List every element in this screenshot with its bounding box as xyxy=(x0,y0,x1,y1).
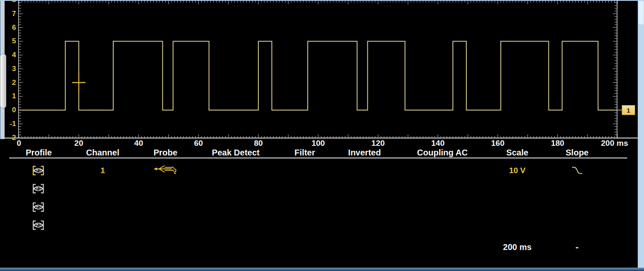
falling-edge-icon xyxy=(571,165,583,176)
channel-1-trace xyxy=(19,41,617,110)
scale-value: 10 V xyxy=(509,166,525,175)
oscilloscope-window: 1 1 10 V 200 ms - 876543210-1-2020406080… xyxy=(0,0,644,271)
channel-value: 1 xyxy=(101,166,105,175)
window-top-border xyxy=(0,0,644,1)
x-axis-label: 0 xyxy=(17,139,21,148)
x-axis-label: 80 xyxy=(254,139,263,148)
x-axis-label: 120 xyxy=(371,139,385,148)
eye-icon xyxy=(32,165,45,176)
profile-visibility-toggle[interactable] xyxy=(32,220,45,231)
waveform-plot xyxy=(0,0,644,139)
profile-visibility-toggle[interactable] xyxy=(32,202,45,213)
column-header-filter: Filter xyxy=(295,148,315,158)
x-axis-label: 60 xyxy=(194,139,203,148)
x-axis-label: 200 ms xyxy=(601,139,628,148)
column-header-channel: Channel xyxy=(86,148,120,158)
oscilloscope-probe-icon xyxy=(153,164,178,177)
x-axis-label: 100 xyxy=(311,139,325,148)
column-header-slope: Slope xyxy=(566,148,588,158)
trigger-point-marker[interactable] xyxy=(72,72,85,94)
eye-icon xyxy=(32,183,45,194)
channel-1-badge[interactable]: 1 xyxy=(622,105,635,115)
table-header-underline xyxy=(9,158,627,158)
timebase-value: 200 ms xyxy=(503,242,532,252)
column-header-scale: Scale xyxy=(506,148,528,158)
x-axis-label: 180 xyxy=(551,139,564,148)
profile-visibility-toggle[interactable] xyxy=(32,183,45,194)
x-axis-label: 40 xyxy=(134,139,143,148)
column-header-probe: Probe xyxy=(154,148,178,158)
column-header-peak-detect: Peak Detect xyxy=(212,148,259,158)
trigger-slope-value: - xyxy=(575,242,578,253)
slope-cell-icon[interactable] xyxy=(571,165,583,176)
x-axis-label: 160 xyxy=(491,139,505,148)
panel-splitter-handle[interactable] xyxy=(0,54,6,108)
eye-icon xyxy=(32,220,45,231)
column-header-profile: Profile xyxy=(26,148,52,158)
x-axis-label: 20 xyxy=(75,139,83,148)
profile-visibility-toggle[interactable] xyxy=(32,165,45,176)
vertical-scrollbar[interactable] xyxy=(638,0,644,268)
probe-cell-icon[interactable] xyxy=(153,164,178,177)
x-axis-label: 140 xyxy=(431,139,445,148)
column-header-inverted: Inverted xyxy=(348,148,381,158)
column-header-coupling-ac: Coupling AC xyxy=(417,148,468,158)
eye-icon xyxy=(32,202,45,213)
scrollbar-thumb[interactable] xyxy=(639,1,644,24)
window-bottom-border xyxy=(0,268,644,271)
